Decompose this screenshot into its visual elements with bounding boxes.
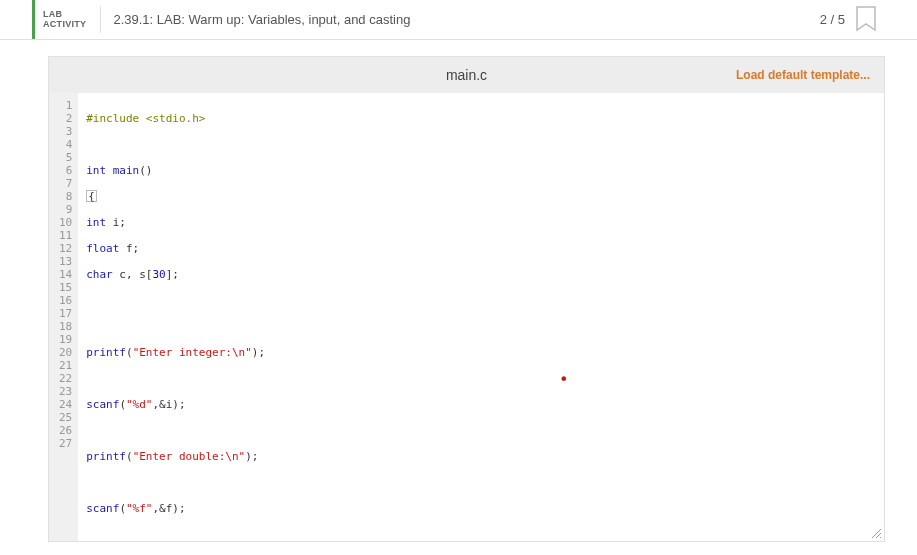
code-token: "%f": [126, 502, 153, 515]
code-token: char: [86, 268, 113, 281]
code-line: #include <stdio.h>: [86, 112, 205, 125]
code-token: (: [119, 502, 126, 515]
page-root: LAB ACTIVITY 2.39.1: LAB: Warm up: Varia…: [0, 0, 917, 555]
code-token: "Enter double:\n": [133, 450, 246, 463]
code-token: 30: [153, 268, 166, 281]
activity-title: 2.39.1: LAB: Warm up: Variables, input, …: [101, 0, 819, 39]
line-number: 4: [59, 138, 72, 151]
line-number: 21: [59, 359, 72, 372]
code-token: i;: [106, 216, 126, 229]
code-line: [86, 138, 876, 151]
line-number: 15: [59, 281, 72, 294]
code-token: printf: [86, 450, 126, 463]
code-token: printf: [86, 346, 126, 359]
editor-card: main.c Load default template... 12345678…: [48, 56, 885, 542]
line-number: 27: [59, 437, 72, 450]
editor-tabbar: main.c Load default template...: [49, 57, 884, 93]
line-gutter: 1234567891011121314151617181920212223242…: [49, 93, 78, 541]
line-number: 17: [59, 307, 72, 320]
activity-header: LAB ACTIVITY 2.39.1: LAB: Warm up: Varia…: [0, 0, 917, 40]
line-number: 11: [59, 229, 72, 242]
code-token: main: [113, 164, 140, 177]
code-token: );: [245, 450, 258, 463]
line-number: 13: [59, 255, 72, 268]
cursor-indicator: {: [86, 190, 97, 202]
lab-badge-line2: ACTIVITY: [43, 20, 86, 30]
line-number: 8: [59, 190, 72, 203]
bookmark-icon[interactable]: [855, 6, 877, 34]
line-number: 9: [59, 203, 72, 216]
line-number: 1: [59, 99, 72, 112]
error-marker-icon: •: [559, 376, 569, 384]
line-number: 12: [59, 242, 72, 255]
line-number: 2: [59, 112, 72, 125]
code-token: scanf: [86, 502, 119, 515]
resize-handle-icon[interactable]: [870, 527, 882, 539]
line-number: 26: [59, 424, 72, 437]
line-number: 5: [59, 151, 72, 164]
line-number: 23: [59, 385, 72, 398]
code-token: f;: [119, 242, 139, 255]
score-wrap: 2 / 5: [820, 0, 917, 39]
line-number: 20: [59, 346, 72, 359]
code-pane[interactable]: 1234567891011121314151617181920212223242…: [49, 93, 884, 541]
line-number: 25: [59, 411, 72, 424]
code-token: scanf: [86, 398, 119, 411]
line-number: 19: [59, 333, 72, 346]
line-number: 7: [59, 177, 72, 190]
code-line: [86, 294, 876, 307]
svg-line-0: [872, 529, 881, 538]
line-number: 6: [59, 164, 72, 177]
code-area[interactable]: #include <stdio.h> int main() { int i; f…: [78, 93, 884, 541]
code-token: (: [126, 346, 133, 359]
line-number: 14: [59, 268, 72, 281]
code-token: float: [86, 242, 119, 255]
code-token: int: [86, 216, 106, 229]
code-token: c, s[: [113, 268, 153, 281]
code-token: int: [86, 164, 106, 177]
code-line: [86, 320, 876, 333]
line-number: 10: [59, 216, 72, 229]
code-line: [86, 528, 876, 541]
lab-activity-badge: LAB ACTIVITY: [32, 0, 100, 39]
line-number: 3: [59, 125, 72, 138]
code-token: (: [126, 450, 133, 463]
code-token: "%d": [126, 398, 153, 411]
line-number: 22: [59, 372, 72, 385]
code-token: ,&i);: [153, 398, 186, 411]
code-line: [86, 424, 876, 437]
code-token: (): [139, 164, 152, 177]
code-line: [86, 476, 876, 489]
score-text: 2 / 5: [820, 12, 845, 27]
code-token: ];: [166, 268, 179, 281]
load-default-template-link[interactable]: Load default template...: [736, 68, 870, 82]
svg-line-2: [880, 537, 881, 538]
code-token: "Enter integer:\n": [133, 346, 252, 359]
line-number: 24: [59, 398, 72, 411]
line-number: 18: [59, 320, 72, 333]
code-token: ,&f);: [153, 502, 186, 515]
line-number: 16: [59, 294, 72, 307]
code-token: [106, 164, 113, 177]
code-token: );: [252, 346, 265, 359]
code-line: [86, 372, 876, 385]
code-token: (: [119, 398, 126, 411]
